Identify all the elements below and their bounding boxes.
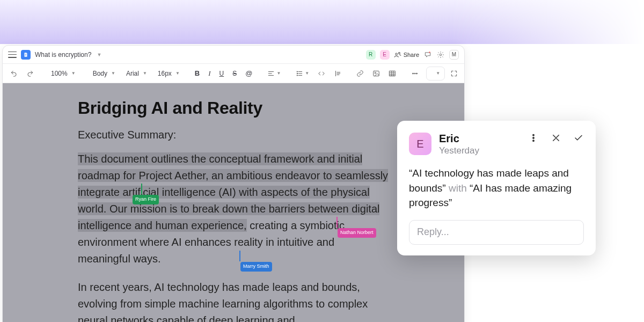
list-button[interactable]: ▼: [292, 67, 312, 80]
collab-tag-marry: Marry Smith: [240, 262, 272, 272]
zoom-select[interactable]: 100%▼: [46, 67, 79, 80]
document-canvas[interactable]: Bridging AI and Reality Executive Summar…: [3, 83, 464, 322]
toolbar: 100%▼ Body▼ Arial▼ 16px▼ B I U S @ ▼ ▼ ▼: [3, 64, 464, 83]
collab-cursor-marry: [239, 251, 240, 261]
collab-tag-ryan: Ryan Fire: [133, 195, 159, 204]
paragraph-style-select[interactable]: Body▼: [87, 67, 119, 80]
strikethrough-button[interactable]: S: [229, 67, 240, 80]
comment-more-button[interactable]: [528, 133, 539, 143]
menu-button[interactable]: [8, 52, 17, 58]
svg-rect-7: [374, 71, 379, 76]
share-label: Share: [404, 52, 419, 58]
collab-cursor-nathan: [336, 217, 338, 228]
svg-point-14: [533, 137, 534, 138]
more-button[interactable]: [408, 67, 422, 80]
reply-input[interactable]: Reply...: [409, 220, 584, 245]
svg-point-2: [429, 52, 430, 53]
quote-button[interactable]: [331, 67, 345, 80]
editor-window: What is encryption? ▼ R E Share M 100%▼ …: [2, 45, 465, 322]
current-user-avatar[interactable]: M: [449, 50, 459, 60]
suggestion-text: “AI technology has made leaps and bounds…: [409, 166, 584, 210]
title-dropdown-caret[interactable]: ▼: [97, 52, 101, 57]
comment-timestamp: Yesterday: [439, 145, 521, 156]
expand-button[interactable]: [447, 67, 461, 80]
decorative-gradient: [0, 0, 644, 44]
image-button[interactable]: [369, 67, 383, 80]
align-button[interactable]: ▼: [264, 67, 284, 80]
suggestion-card: E Eric Yesterday “AI technology has made…: [397, 121, 596, 255]
accept-suggestion-button[interactable]: [573, 133, 584, 143]
svg-point-11: [414, 73, 415, 74]
commenter-name: Eric: [439, 133, 521, 144]
collab-tag-nathan: Nathan Norbert: [338, 228, 376, 238]
svg-point-5: [297, 73, 298, 74]
svg-point-10: [413, 73, 414, 74]
settings-icon[interactable]: [436, 50, 445, 59]
document-heading: Bridging AI and Reality: [78, 98, 389, 118]
font-size-select[interactable]: 16px▼: [152, 67, 183, 80]
svg-point-12: [416, 73, 418, 74]
document-title[interactable]: What is encryption?: [35, 51, 91, 58]
redo-button[interactable]: [23, 67, 37, 80]
svg-point-4: [297, 71, 298, 71]
titlebar: What is encryption? ▼ R E Share M: [3, 46, 464, 64]
collab-cursor-ryan: [141, 184, 142, 194]
highlight-tool[interactable]: ▼: [426, 67, 445, 80]
svg-rect-9: [390, 71, 396, 76]
commenter-avatar: E: [409, 133, 431, 155]
svg-point-13: [533, 135, 534, 136]
svg-point-15: [533, 140, 534, 141]
font-family-select[interactable]: Arial▼: [121, 67, 150, 80]
code-button[interactable]: [314, 67, 328, 80]
presence-avatar-e[interactable]: E: [380, 50, 390, 60]
svg-point-6: [297, 75, 298, 75]
mention-button[interactable]: @: [242, 67, 255, 80]
paragraph-1: This document outlines the conceptual fr…: [78, 151, 389, 267]
paragraph-2: In recent years, AI technology has made …: [78, 279, 389, 322]
svg-point-8: [375, 72, 376, 73]
table-button[interactable]: [385, 67, 399, 80]
document-subtitle: Executive Summary:: [78, 129, 389, 141]
share-button[interactable]: Share: [394, 51, 419, 58]
italic-button[interactable]: I: [205, 67, 214, 80]
presence-avatar-r[interactable]: R: [366, 50, 376, 60]
link-button[interactable]: [353, 67, 367, 80]
undo-button[interactable]: [7, 67, 21, 80]
document-app-icon: [21, 50, 31, 60]
underline-button[interactable]: U: [216, 67, 228, 80]
svg-point-1: [398, 52, 400, 54]
comments-icon[interactable]: [423, 50, 432, 59]
reject-suggestion-button[interactable]: [551, 133, 561, 143]
svg-point-0: [396, 53, 398, 55]
bold-button[interactable]: B: [192, 67, 203, 80]
svg-point-3: [440, 54, 442, 56]
